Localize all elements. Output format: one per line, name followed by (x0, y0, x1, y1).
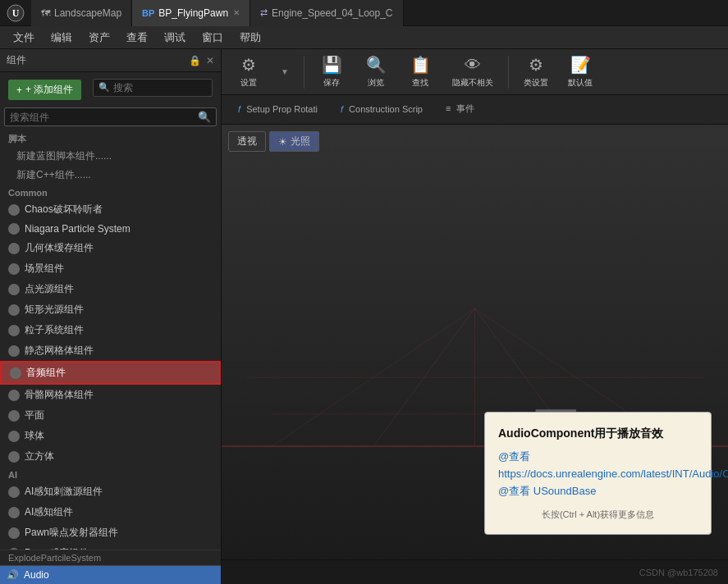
lighting-icon: ☀ (278, 136, 287, 148)
func-icon-3: ≡ (446, 103, 451, 113)
list-item-staticmesh[interactable]: 静态网格体组件 (0, 340, 221, 361)
list-item-pawn-sensing[interactable]: Pawn感应组件 (0, 543, 221, 550)
plane-icon (8, 410, 20, 422)
search-box: 🔍 (93, 79, 213, 97)
ue-logo: U (7, 4, 25, 22)
toolbar-browse[interactable]: 🔍 浏览 (355, 52, 396, 92)
menu-view[interactable]: 查看 (120, 29, 154, 47)
chaos-label: Chaos破坏聆听者 (25, 203, 103, 217)
add-search-row: + + 添加组件 🔍 (0, 72, 221, 104)
list-item-new-blueprint[interactable]: 新建蓝图脚本组件...... (0, 147, 221, 166)
engine-tab-icon: ⇄ (260, 7, 268, 18)
settings-icon: ⚙ (241, 55, 256, 75)
list-item-pawn-noise[interactable]: Pawn噪点发射器组件 (0, 522, 221, 543)
list-item-scene[interactable]: 场景组件 (0, 258, 221, 279)
tab-construction[interactable]: f Construction Scrip (331, 101, 433, 119)
landscape-tab-label: LandscapeMap (54, 7, 121, 19)
panel-lock-icon[interactable]: 🔒 (189, 55, 201, 66)
rectlight-icon (8, 304, 20, 316)
audio-bottom-icon: 🔊 (7, 569, 19, 581)
list-item-audio[interactable]: 音频组件 (0, 361, 221, 385)
menu-bar: 文件 编辑 资产 查看 调试 窗口 帮助 (0, 26, 728, 49)
menu-file[interactable]: 文件 (7, 29, 41, 47)
search-icon-small: 🔍 (98, 82, 110, 93)
list-item-pointlight[interactable]: 点光源组件 (0, 279, 221, 299)
view-lighting[interactable]: ☀ 光照 (269, 131, 319, 152)
toolbar-save[interactable]: 💾 保存 (311, 52, 352, 92)
sphere-label: 球体 (25, 429, 44, 443)
tooltip-link1: @查看 https://docs.unrealengine.com/latest… (498, 450, 728, 480)
defaults-label: 默认值 (568, 77, 593, 89)
geomcache-icon (8, 243, 20, 254)
scene-icon (8, 263, 20, 275)
list-item-ai-perception[interactable]: AI感知组件 (0, 502, 221, 522)
toolbar-hide-unrelated[interactable]: 👁 隐藏不相关 (444, 52, 501, 92)
pointlight-icon (8, 284, 20, 295)
sphere-icon (8, 431, 20, 442)
tab-blueprint[interactable]: BP BP_FlyingPawn ✕ (132, 0, 250, 26)
blueprint-tab-icon: BP (142, 8, 154, 18)
audio-bottom-label: Audio (24, 569, 49, 581)
tab-events[interactable]: ≡ 事件 (436, 99, 484, 120)
toolbar-settings[interactable]: ⚙ 设置 (228, 52, 269, 92)
panel-header-icons: 🔒 ✕ (189, 55, 214, 66)
settings-label: 设置 (240, 77, 257, 89)
list-item-rectlight[interactable]: 矩形光源组件 (0, 299, 221, 320)
toolbar-class-settings[interactable]: ⚙ 类设置 (515, 52, 556, 92)
tab-landscape[interactable]: 🗺 LandscapeMap (31, 0, 132, 26)
plane-label: 平面 (25, 408, 44, 422)
class-settings-icon: ⚙ (529, 55, 543, 75)
ai-stimuli-label: AI感知刺激源组件 (25, 485, 103, 499)
blueprint-tab-label: BP_FlyingPawn (158, 7, 228, 19)
add-component-button[interactable]: + + 添加组件 (8, 80, 81, 100)
func-icon-1: f (238, 104, 240, 114)
toolbar-settings-dropdown[interactable]: ▼ (272, 67, 297, 76)
toolbar: ⚙ 设置 ▼ 💾 保存 🔍 浏览 📋 查找 👁 (222, 49, 728, 95)
new-blueprint-label: 新建蓝图脚本组件...... (16, 149, 112, 163)
menu-window[interactable]: 窗口 (195, 29, 230, 47)
menu-help[interactable]: 帮助 (233, 29, 268, 47)
add-icon: + (16, 84, 22, 96)
list-item-plane[interactable]: 平面 (0, 405, 221, 426)
bottom-bar: CSDN @wb175208 (222, 559, 728, 584)
chaos-icon (8, 204, 20, 216)
search-box2: 🔍 (4, 107, 217, 126)
ai-stimuli-icon (8, 486, 20, 498)
list-item-chaos[interactable]: Chaos破坏聆听者 (0, 199, 221, 220)
panel-close-icon[interactable]: ✕ (206, 55, 214, 66)
tab-setup-prop[interactable]: f Setup Prop Rotati (228, 101, 327, 119)
list-item-geomcache[interactable]: 几何体缓存组件 (0, 238, 221, 258)
blueprint-tab-close[interactable]: ✕ (233, 8, 240, 17)
tooltip-line1: @查看 https://docs.unrealengine.com/latest… (498, 449, 698, 483)
menu-edit[interactable]: 编辑 (44, 29, 79, 47)
list-item-ai-stimuli[interactable]: AI感知刺激源组件 (0, 481, 221, 502)
tooltip-title: AudioComponent用于播放音效 (498, 424, 698, 442)
toolbar-defaults[interactable]: 📝 默认值 (560, 52, 601, 92)
skelmesh-label: 骨骼网格体组件 (25, 388, 94, 402)
menu-asset[interactable]: 资产 (82, 29, 117, 47)
section-common-label: Common (0, 185, 221, 199)
tab-engine[interactable]: ⇄ Engine_Speed_04_Loop_C (250, 0, 403, 26)
list-item-particles[interactable]: 粒子系统组件 (0, 320, 221, 340)
audio-icon (10, 367, 21, 379)
search-input-small[interactable] (113, 82, 207, 94)
list-item-cube[interactable]: 立方体 (0, 446, 221, 467)
ai-perception-icon (8, 507, 20, 518)
search-input[interactable] (10, 112, 195, 123)
hide-icon: 👁 (465, 56, 481, 75)
svg-text:U: U (12, 7, 20, 19)
list-item-skelmesh[interactable]: 骨骼网格体组件 (0, 385, 221, 405)
toolbar-find[interactable]: 📋 查找 (400, 52, 441, 92)
view-perspective[interactable]: 透视 (228, 131, 266, 152)
find-icon: 📋 (410, 55, 431, 75)
right-panel: ⚙ 设置 ▼ 💾 保存 🔍 浏览 📋 查找 👁 (222, 49, 728, 584)
list-item-new-cpp[interactable]: 新建C++组件...... (0, 166, 221, 185)
audio-label: 音频组件 (26, 366, 66, 380)
bottom-audio-item[interactable]: 🔊 Audio (0, 565, 221, 584)
menu-debug[interactable]: 调试 (158, 29, 192, 47)
list-item-sphere[interactable]: 球体 (0, 426, 221, 446)
tooltip-line2: @查看 USoundBase (498, 483, 698, 500)
panel-header: 组件 🔒 ✕ (0, 49, 221, 72)
list-item-niagara[interactable]: Niagara Particle System (0, 220, 221, 238)
search-area: 🔍 (0, 104, 221, 128)
